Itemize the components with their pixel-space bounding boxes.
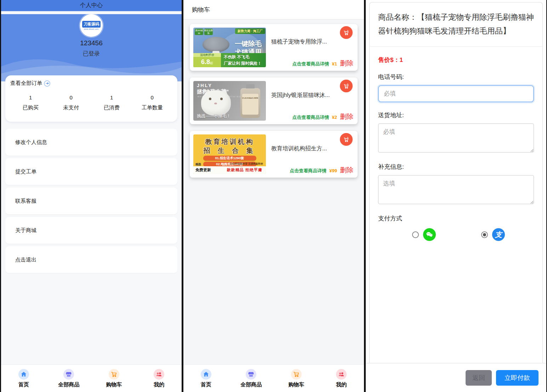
username: 123456 [1, 39, 182, 47]
cart-item-footer: 点击查看商品详情 ¥2 删除 [292, 112, 353, 121]
tab-mine[interactable]: 我的 [319, 365, 364, 392]
product-name: 商品名称：【猫梳子宠物专用除浮毛刷撸猫神器针梳狗狗猫咪毛发清理开结毛用品】 [378, 10, 534, 38]
image-price-tag: 活动到手价6.8起 [193, 53, 221, 67]
order-form-card: 商品名称：【猫梳子宠物专用除浮毛刷撸猫神器针梳狗狗猫咪毛发清理开结毛用品】 售价… [369, 2, 543, 363]
image-brand: JHLY [197, 83, 212, 88]
alipay-pay-option[interactable]: 支 [481, 228, 505, 241]
tab-all-products[interactable]: 全部商品 [229, 365, 274, 392]
order-footer: 返回 立即付款 [366, 363, 546, 392]
cart-item-title: 英国jhly银渐层猫咪沐... [271, 92, 334, 99]
stat-purchased: 1 已购买 [10, 94, 51, 111]
cart-icon [109, 369, 119, 380]
sale-price: 售价$：1 [378, 56, 534, 64]
tab-label: 首页 [201, 381, 211, 388]
menu-item-about-mall[interactable]: 关于商城 [5, 217, 177, 244]
menu-item-edit-info[interactable]: 修改个人信息 [5, 129, 177, 156]
cart-item-education[interactable]: 教育培训机构 招 生 合 集 01.招生话术1290套 02.地推招生368套 … [190, 131, 358, 178]
store-icon [63, 369, 74, 380]
image-pill: 01.招生话术1290套 [203, 156, 256, 161]
tab-mine[interactable]: 我的 [137, 365, 182, 392]
stat-label: 已购买 [10, 104, 51, 111]
menu-item-label: 点击退出 [15, 256, 36, 263]
product-image-brush: 满300减30 赠送运费险 新势力周 · 淘工厂 一键除毛 犬猫通用 不伤肤 不… [193, 28, 266, 67]
alipay-radio[interactable] [481, 231, 488, 238]
delete-button[interactable]: 删除 [340, 112, 353, 121]
order-screen: 商品名称：【猫梳子宠物专用除浮毛刷撸猫神器针梳狗狗猫咪毛发清理开结毛用品】 售价… [365, 0, 547, 392]
address-textarea[interactable] [378, 123, 534, 152]
avatar-brand-text: 刀客源码 [82, 21, 101, 28]
stat-tickets: 0 工单数量 [132, 94, 173, 111]
phone-label: 电话号码: [378, 73, 534, 81]
profile-header: 个人中心 [1, 0, 182, 11]
promo-banner: 新势力周 · 淘工厂 [235, 28, 265, 34]
delete-button[interactable]: 删除 [340, 59, 353, 68]
tab-label: 购物车 [106, 381, 122, 388]
tab-cart[interactable]: 购物车 [274, 365, 319, 392]
extra-info-label: 补充信息: [378, 163, 534, 171]
wechat-radio[interactable] [412, 231, 419, 238]
store-icon [246, 369, 256, 380]
cart-item-footer: 点击查看商品详情 ¥1 删除 [292, 59, 353, 68]
image-subtitle: 招 生 合 集 [193, 146, 266, 155]
tab-cart[interactable]: 购物车 [91, 365, 137, 392]
item-price: ¥2 [332, 115, 337, 120]
menu-item-submit-ticket[interactable]: 提交工单 [5, 158, 177, 185]
cart-badge-icon [340, 80, 353, 92]
login-status: 已登录 [1, 50, 182, 58]
menu-item-label: 关于商城 [15, 227, 36, 234]
bottle-graphic: CLEAN&CARE [240, 88, 260, 118]
avatar[interactable]: 刀客源码 www.dkewl.com [80, 14, 103, 37]
tab-home[interactable]: 首页 [1, 365, 46, 392]
image-tag: 精选 [195, 162, 201, 166]
stat-consumed: 1 已消费 [91, 94, 132, 111]
tab-all-products[interactable]: 全部商品 [46, 365, 92, 392]
cart-item-shampoo[interactable]: JHLY 拯救“蒲公英” MAKE CATS LOVE BATHING CLEA… [190, 77, 358, 124]
home-icon [18, 369, 29, 380]
cart-badge-icon [340, 26, 353, 39]
profile-menu: 修改个人信息 提交工单 联系客服 关于商城 点击退出 [1, 129, 182, 273]
stat-unpaid: 0 未支付 [51, 94, 92, 111]
extra-info-textarea[interactable] [378, 175, 534, 204]
pay-now-button[interactable]: 立即付款 [496, 370, 539, 386]
product-image-education: 教育培训机构 招 生 合 集 01.招生话术1290套 02.地推招生368套 … [193, 134, 266, 174]
payment-options: 支 [378, 228, 534, 241]
cart-item-brush[interactable]: 满300减30 赠送运费险 新势力周 · 淘工厂 一键除毛 犬猫通用 不伤肤 不… [190, 24, 358, 71]
view-detail-link[interactable]: 点击查看商品详情 [290, 168, 326, 174]
payment-method-label: 支付方式 [378, 214, 534, 223]
wechat-pay-option[interactable] [412, 228, 436, 241]
home-icon [201, 369, 211, 380]
tabbar-profile: 首页 全部商品 购物车 我的 [1, 364, 182, 392]
arrow-right-icon: ➜ [44, 80, 50, 87]
cart-header: 购物车 [183, 0, 364, 19]
stat-value: 0 [132, 94, 173, 100]
back-button[interactable]: 返回 [466, 370, 492, 386]
alipay-icon: 支 [492, 228, 505, 241]
menu-item-logout[interactable]: 点击退出 [5, 246, 177, 273]
stat-label: 未支付 [51, 104, 92, 111]
delete-button[interactable]: 删除 [340, 166, 353, 175]
menu-item-contact-support[interactable]: 联系客服 [5, 188, 177, 214]
image-slogan: 款款精品 拒绝平庸 [227, 167, 262, 173]
image-title: 教育培训机构 [193, 137, 266, 146]
promo-badge: 赠送运费险 [204, 29, 213, 35]
view-detail-link[interactable]: 点击查看商品详情 [292, 114, 329, 121]
profile-screen: 个人中心 刀客源码 www.dkewl.com 123456 已登录 查看全部订… [0, 0, 182, 392]
cart-title: 购物车 [192, 6, 210, 14]
image-caption: 挑战——不掉毛！ [197, 113, 231, 119]
menu-item-label: 修改个人信息 [15, 139, 47, 146]
tab-home[interactable]: 首页 [183, 365, 229, 392]
menu-item-label: 联系客服 [15, 198, 36, 204]
tab-label: 我的 [154, 381, 164, 388]
image-note: 24小时自助发货 百度网盘秒发 [230, 162, 263, 166]
product-image-shampoo: JHLY 拯救“蒲公英” MAKE CATS LOVE BATHING CLEA… [193, 81, 266, 121]
tab-label: 全部商品 [240, 381, 262, 388]
stat-value: 1 [91, 94, 132, 100]
people-icon [336, 369, 347, 380]
cart-badge-icon [340, 133, 353, 146]
image-tag: 免费更新 [195, 167, 211, 173]
cart-item-title: 猫梳子宠物专用除浮... [271, 38, 334, 46]
phone-input[interactable] [378, 85, 534, 102]
view-all-orders-link[interactable]: 查看全部订单 ➜ [10, 80, 172, 87]
tab-label: 我的 [336, 381, 347, 388]
view-detail-link[interactable]: 点击查看商品详情 [292, 61, 329, 67]
